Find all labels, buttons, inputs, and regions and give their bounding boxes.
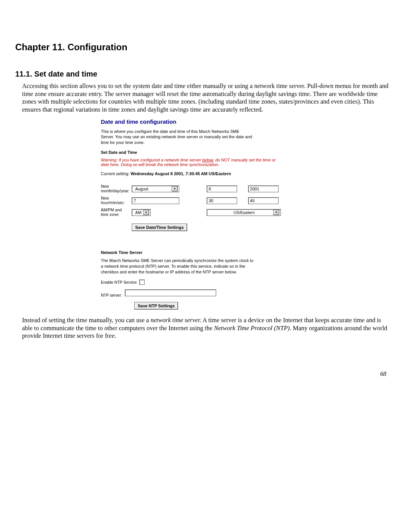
panel-description: This is where you configure the date and… [101, 129, 253, 146]
month-value: August [134, 187, 150, 191]
warning-below-link[interactable]: below [202, 158, 213, 162]
outro-paragraph: Instead of setting the time manually, yo… [15, 316, 390, 340]
outro-em-1: network time server. [151, 316, 201, 324]
ntp-heading: Network Time Server [101, 250, 342, 255]
ntp-server-input[interactable] [125, 289, 216, 296]
year-input[interactable]: 2001 [248, 185, 279, 192]
outro-text-1: Instead of setting the time manually, yo… [22, 316, 151, 324]
warning-pre: Warning: If you have configured a networ… [101, 158, 202, 162]
ntp-description: The March Networks SME Server can period… [101, 258, 257, 275]
ampm-value: AM [134, 210, 143, 215]
tz-row-label: AM/PM and time zone: [101, 206, 132, 218]
outro-em-2: Network Time Protocol (NTP) [214, 324, 290, 332]
dropdown-icon: ▾ [172, 186, 178, 192]
month-select[interactable]: August ▾ [132, 185, 179, 192]
ntp-server-label: NTP server: [101, 293, 124, 297]
ampm-select[interactable]: AM ▾ [132, 209, 151, 216]
dropdown-icon: ▾ [273, 210, 279, 215]
section-title: 11.1. Set date and time [15, 70, 390, 78]
panel-title: Date and time configuration [101, 118, 342, 125]
config-screenshot: Date and time configuration This is wher… [101, 118, 342, 310]
page-number: 68 [15, 371, 390, 377]
current-setting: Current setting: Wednesday August 8 2001… [101, 171, 342, 176]
datetime-form: New month/day/year: August ▾ 8 2001 New … [101, 183, 283, 233]
timezone-value: US/Eastern [232, 210, 256, 215]
enable-ntp-label: Enable NTP Service [101, 280, 137, 284]
time-row-label: New hour/min/sec: [101, 195, 132, 206]
timezone-select[interactable]: US/Eastern ▾ [207, 209, 281, 216]
day-input[interactable]: 8 [207, 185, 237, 192]
warning-text: Warning: If you have configured a networ… [101, 158, 284, 167]
chapter-title: Chapter 11. Configuration [15, 42, 390, 53]
save-datetime-button[interactable]: Save Date/Time Settings [132, 224, 187, 231]
enable-ntp-checkbox[interactable] [139, 280, 145, 285]
hour-input[interactable]: 7 [132, 197, 179, 204]
dropdown-icon: ▾ [143, 210, 149, 215]
minute-input[interactable]: 30 [207, 197, 237, 204]
second-input[interactable]: 45 [248, 197, 279, 204]
current-setting-label: Current setting: [101, 171, 131, 176]
intro-paragraph: Accessing this section allows you to set… [15, 82, 390, 114]
current-setting-value: Wednesday August 8 2001, 7:30:45 AM US/E… [131, 171, 231, 176]
set-datetime-heading: Set Date and Time [101, 150, 342, 155]
save-ntp-button[interactable]: Save NTP Settings [134, 302, 178, 310]
date-row-label: New month/day/year: [101, 183, 132, 195]
